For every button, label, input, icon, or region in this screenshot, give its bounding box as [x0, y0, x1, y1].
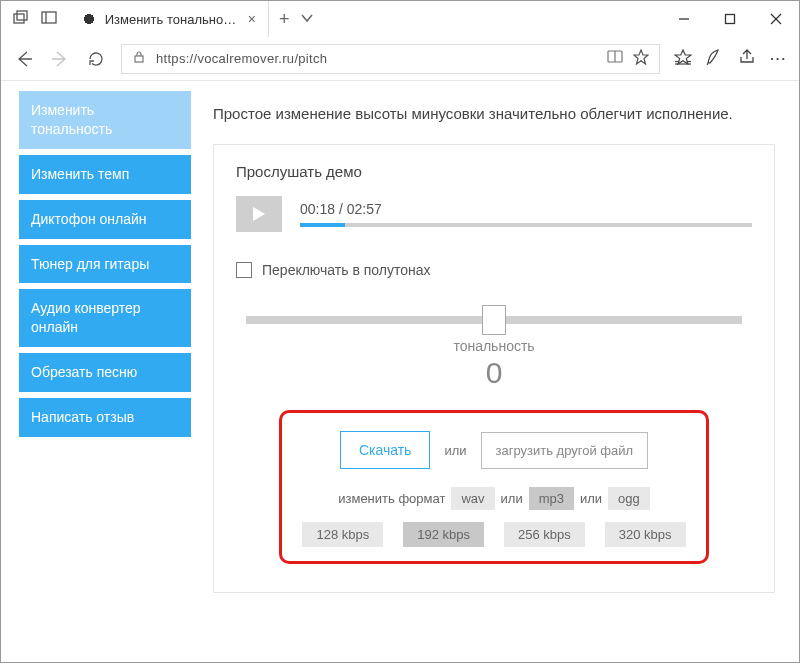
or-text-3: или [580, 491, 602, 506]
slider-value: 0 [236, 356, 752, 390]
favorite-star-icon[interactable] [633, 49, 649, 68]
minimize-button[interactable] [661, 1, 707, 37]
progress-bar[interactable] [300, 223, 752, 227]
pitch-slider[interactable] [246, 316, 741, 324]
svg-rect-1 [17, 11, 27, 20]
sidebar-item-change-pitch[interactable]: Изменить тональность [19, 91, 191, 149]
favicon-icon [81, 11, 97, 27]
bitrate-192[interactable]: 192 kbps [403, 522, 484, 547]
sidebar-item-change-tempo[interactable]: Изменить темп [19, 155, 191, 194]
sidebar-item-dictaphone[interactable]: Диктофон онлайн [19, 200, 191, 239]
back-button[interactable] [13, 48, 35, 70]
sidebar-item-feedback[interactable]: Написать отзыв [19, 398, 191, 437]
url-text: https://vocalremover.ru/pitch [156, 51, 597, 66]
pitch-panel: Прослушать демо 00:18 / 02:57 Переключат… [213, 144, 775, 593]
or-text: или [444, 443, 466, 458]
address-bar: https://vocalremover.ru/pitch ··· [1, 37, 799, 81]
sidebar-item-converter[interactable]: Аудио конвертер онлайн [19, 289, 191, 347]
browser-tab[interactable]: Изменить тональность × [69, 1, 269, 37]
lead-text: Простое изменение высоты минусовки значи… [213, 105, 775, 122]
maximize-button[interactable] [707, 1, 753, 37]
svg-rect-8 [135, 56, 143, 62]
notes-icon[interactable] [706, 48, 724, 69]
tab-close-icon[interactable]: × [248, 11, 256, 27]
url-box[interactable]: https://vocalremover.ru/pitch [121, 44, 660, 74]
share-icon[interactable] [738, 48, 756, 69]
download-button[interactable]: Скачать [340, 431, 431, 469]
semitone-checkbox-label: Переключать в полутонах [262, 262, 431, 278]
audio-player: 00:18 / 02:57 [236, 196, 752, 232]
titlebar: Изменить тональность × + [1, 1, 799, 37]
tabs-stack-icon[interactable] [13, 10, 29, 29]
bitrate-128[interactable]: 128 kbps [302, 522, 383, 547]
svg-rect-2 [42, 12, 56, 23]
svg-rect-0 [14, 14, 24, 23]
more-icon[interactable]: ··· [770, 51, 787, 66]
tabs-chevron-icon[interactable] [300, 11, 314, 28]
format-ogg[interactable]: ogg [608, 487, 650, 510]
tab-title: Изменить тональность [105, 12, 240, 27]
reading-view-icon[interactable] [607, 50, 623, 67]
format-wav[interactable]: wav [451, 487, 494, 510]
main-content: Простое изменение высоты минусовки значи… [213, 91, 781, 662]
format-mp3[interactable]: mp3 [529, 487, 574, 510]
progress-fill [300, 223, 345, 227]
time-display: 00:18 / 02:57 [300, 201, 752, 217]
or-text-2: или [501, 491, 523, 506]
download-box: Скачать или загрузить другой файл измени… [279, 410, 709, 564]
tab-preview-icons [1, 1, 69, 37]
slider-label: тональность [236, 338, 752, 354]
slider-thumb[interactable] [482, 305, 506, 335]
bitrate-256[interactable]: 256 kbps [504, 522, 585, 547]
bitrate-320[interactable]: 320 kbps [605, 522, 686, 547]
close-window-button[interactable] [753, 1, 799, 37]
demo-title: Прослушать демо [236, 163, 752, 180]
window-controls [661, 1, 799, 37]
sidebar-item-guitar-tuner[interactable]: Тюнер для гитары [19, 245, 191, 284]
refresh-button[interactable] [85, 48, 107, 70]
lock-icon [132, 50, 146, 67]
favorites-icon[interactable] [674, 49, 692, 68]
upload-other-button[interactable]: загрузить другой файл [481, 432, 649, 469]
semitone-checkbox[interactable] [236, 262, 252, 278]
tab-sidebar-icon[interactable] [41, 10, 57, 29]
svg-rect-5 [726, 15, 735, 24]
play-button[interactable] [236, 196, 282, 232]
sidebar-item-cut-song[interactable]: Обрезать песню [19, 353, 191, 392]
format-label: изменить формат [338, 491, 445, 506]
sidebar: Изменить тональность Изменить темп Дикто… [19, 91, 191, 662]
new-tab-button[interactable]: + [279, 9, 290, 30]
forward-button[interactable] [49, 48, 71, 70]
